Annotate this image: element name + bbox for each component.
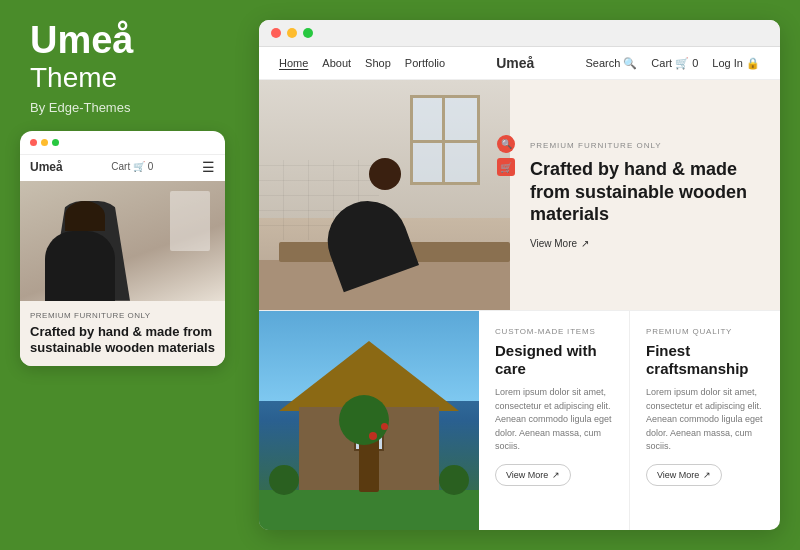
col2-view-more-button[interactable]: View More ↗ [646, 464, 722, 486]
nav-portfolio[interactable]: Portfolio [405, 57, 445, 69]
mobile-cart: Cart 🛒 0 [111, 161, 153, 172]
hero-section: 🔍 🛒 [259, 80, 780, 310]
desktop-titlebar [259, 20, 780, 47]
mobile-product-tag: PREMIUM FURNITURE ONLY [30, 311, 215, 320]
desktop-preview: Home About Shop Portfolio Umeå Search 🔍 … [259, 20, 780, 530]
hero-image [259, 80, 510, 310]
window-dot-green [303, 28, 313, 38]
desktop-content: 🔍 🛒 [259, 80, 780, 530]
brand-byline: By Edge-Themes [30, 100, 220, 115]
bottom-col-2: PREMIUM QUALITY Finest craftsmanship Lor… [629, 311, 780, 530]
hero-view-more[interactable]: View More ↗ [530, 238, 760, 249]
hero-heading: Crafted by hand & made from sustainable … [530, 158, 760, 226]
side-search-badge: 🔍 [497, 135, 515, 153]
col1-heading: Designed with care [495, 342, 613, 378]
arrow-icon: ↗ [581, 238, 589, 249]
brand-subtitle: Theme [30, 62, 220, 94]
mobile-titlebar [20, 131, 225, 155]
mobile-dot-green [52, 139, 59, 146]
desktop-navbar: Home About Shop Portfolio Umeå Search 🔍 … [259, 47, 780, 80]
nav-login[interactable]: Log In 🔒 [712, 57, 760, 70]
mobile-window-dots [30, 139, 59, 146]
mobile-dot-yellow [41, 139, 48, 146]
col2-heading: Finest craftsmanship [646, 342, 764, 378]
bottom-text-columns: CUSTOM-MADE ITEMS Designed with care Lor… [479, 311, 780, 530]
nav-shop[interactable]: Shop [365, 57, 391, 69]
nav-search[interactable]: Search 🔍 [585, 57, 637, 70]
col1-arrow-icon: ↗ [552, 470, 560, 480]
col2-arrow-icon: ↗ [703, 470, 711, 480]
mobile-preview-card: Umeå Cart 🛒 0 ☰ PREMIUM FURNITURE ONLY C… [20, 131, 225, 367]
bottom-section: CUSTOM-MADE ITEMS Designed with care Lor… [259, 310, 780, 530]
mobile-dot-red [30, 139, 37, 146]
hero-text-box: PREMIUM FURNITURE ONLY Crafted by hand &… [510, 80, 780, 310]
col2-body: Lorem ipsum dolor sit amet, consectetur … [646, 386, 764, 454]
mobile-menu-icon[interactable]: ☰ [202, 159, 215, 175]
nav-cart[interactable]: Cart 🛒 0 [651, 57, 698, 70]
nav-right-actions: Search 🔍 Cart 🛒 0 Log In 🔒 [585, 57, 760, 70]
hero-product-tag: PREMIUM FURNITURE ONLY [530, 141, 760, 150]
bottom-col-1: CUSTOM-MADE ITEMS Designed with care Lor… [479, 311, 629, 530]
brand-title: Umeå [30, 20, 220, 62]
mobile-content: PREMIUM FURNITURE ONLY Crafted by hand &… [20, 301, 225, 367]
nav-links: Home About Shop Portfolio [279, 57, 445, 69]
mobile-navbar: Umeå Cart 🛒 0 ☰ [20, 155, 225, 181]
mobile-logo: Umeå [30, 160, 63, 174]
window-dot-red [271, 28, 281, 38]
col2-tag: PREMIUM QUALITY [646, 327, 764, 336]
col1-tag: CUSTOM-MADE ITEMS [495, 327, 613, 336]
desktop-logo: Umeå [445, 55, 585, 71]
brand-panel: Umeå Theme By Edge-Themes [20, 20, 220, 115]
nav-home[interactable]: Home [279, 57, 308, 69]
mobile-hero-image [20, 181, 225, 301]
col1-body: Lorem ipsum dolor sit amet, consectetur … [495, 386, 613, 454]
window-dot-yellow [287, 28, 297, 38]
side-cart-icon: 🛒 [497, 158, 515, 176]
cabin-image [259, 311, 479, 530]
mobile-product-heading: Crafted by hand & made from sustainable … [30, 324, 215, 357]
nav-about[interactable]: About [322, 57, 351, 69]
col1-view-more-button[interactable]: View More ↗ [495, 464, 571, 486]
